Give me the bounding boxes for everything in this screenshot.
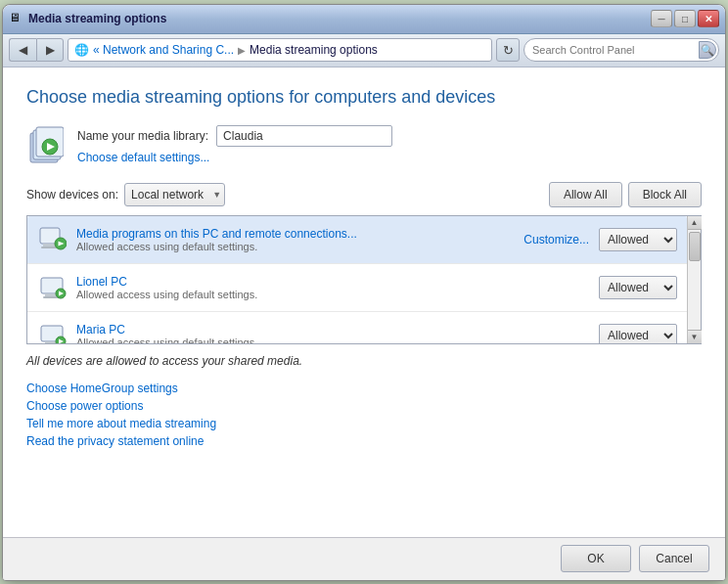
- refresh-button[interactable]: ↻: [496, 38, 520, 62]
- device-name-0[interactable]: Media programs on this PC and remote con…: [76, 227, 523, 241]
- device-item-1: Lionel PC Allowed access using default s…: [27, 264, 687, 312]
- scroll-track: [688, 230, 701, 330]
- device-status-2: Allowed access using default settings.: [76, 337, 599, 343]
- device-icon-svg-1: [39, 274, 67, 301]
- back-button[interactable]: ◀: [9, 38, 36, 62]
- scrollbar[interactable]: ▲ ▼: [687, 216, 701, 343]
- device-customize-0[interactable]: Customize...: [523, 233, 589, 247]
- all-devices-text: All devices are allowed to access your s…: [26, 354, 702, 368]
- breadcrumb-network-link[interactable]: « Network and Sharing C...: [93, 43, 234, 57]
- device-icon-svg-0: [39, 226, 67, 253]
- media-library-input[interactable]: [216, 125, 392, 147]
- link-privacy[interactable]: Read the privacy statement online: [26, 434, 702, 448]
- main-window: 🖥 Media streaming options ─ □ ✕ ◀ ▶ 🌐 « …: [2, 4, 726, 581]
- show-devices-label: Show devices on:: [26, 188, 118, 202]
- scroll-up-button[interactable]: ▲: [688, 216, 702, 230]
- allowed-select-1[interactable]: Allowed Blocked: [599, 276, 677, 299]
- media-library-row: Name your media library: Choose default …: [26, 123, 702, 166]
- media-library-icon: [26, 123, 66, 166]
- forward-button[interactable]: ▶: [36, 38, 64, 62]
- show-devices-row: Show devices on: Local network All netwo…: [26, 182, 702, 207]
- main-content: Choose media streaming options for compu…: [3, 67, 725, 537]
- allowed-select-0[interactable]: Allowed Blocked: [599, 228, 677, 251]
- nav-back-forward: ◀ ▶: [9, 38, 64, 62]
- media-library-label: Name your media library:: [77, 129, 208, 143]
- allowed-select-2[interactable]: Allowed Blocked: [599, 324, 677, 343]
- allowed-dropdown-0: Allowed Blocked: [599, 228, 677, 251]
- device-info-2: Maria PC Allowed access using default se…: [76, 323, 599, 343]
- nav-bar: ◀ ▶ 🌐 « Network and Sharing C... ▶ Media…: [3, 34, 725, 67]
- link-homegroup[interactable]: Choose HomeGroup settings: [26, 382, 702, 395]
- show-devices-select-wrapper: Local network All networks Custom ▼: [124, 183, 225, 206]
- device-name-1[interactable]: Lionel PC: [76, 275, 599, 289]
- title-bar-left: 🖥 Media streaming options: [9, 11, 166, 26]
- media-icon-svg: [28, 125, 64, 164]
- cancel-button[interactable]: Cancel: [639, 545, 709, 572]
- device-icon-1: [37, 272, 68, 303]
- search-button[interactable]: 🔍: [699, 41, 716, 59]
- search-input[interactable]: [532, 44, 695, 56]
- title-bar: 🖥 Media streaming options ─ □ ✕: [3, 5, 725, 34]
- device-icon-0: [37, 224, 68, 255]
- show-devices-right: Allow All Block All: [549, 182, 702, 207]
- title-bar-buttons: ─ □ ✕: [651, 10, 719, 27]
- device-name-2[interactable]: Maria PC: [76, 323, 599, 337]
- scroll-down-button[interactable]: ▼: [688, 330, 702, 343]
- bottom-bar: OK Cancel: [3, 537, 725, 580]
- device-icon-svg-2: [39, 322, 67, 343]
- show-devices-select[interactable]: Local network All networks Custom: [124, 183, 225, 206]
- allowed-dropdown-2: Allowed Blocked: [599, 324, 677, 343]
- device-status-1: Allowed access using default settings.: [76, 289, 599, 300]
- links-section: Choose HomeGroup settings Choose power o…: [26, 382, 702, 448]
- device-icon-2: [37, 320, 68, 343]
- link-power[interactable]: Choose power options: [26, 399, 702, 413]
- choose-default-link[interactable]: Choose default settings...: [77, 151, 392, 164]
- breadcrumb-current: Media streaming options: [250, 43, 378, 57]
- media-library-label-row: Name your media library:: [77, 125, 392, 147]
- device-list: Media programs on this PC and remote con…: [27, 216, 687, 343]
- allowed-dropdown-1: Allowed Blocked: [599, 276, 677, 299]
- media-library-info: Name your media library: Choose default …: [77, 125, 392, 164]
- link-media-streaming[interactable]: Tell me more about media streaming: [26, 417, 702, 430]
- device-item-0: Media programs on this PC and remote con…: [27, 216, 687, 264]
- device-list-container: Media programs on this PC and remote con…: [26, 215, 702, 344]
- allow-all-button[interactable]: Allow All: [549, 182, 622, 207]
- show-devices-left: Show devices on: Local network All netwo…: [26, 183, 225, 206]
- block-all-button[interactable]: Block All: [628, 182, 702, 207]
- device-status-0: Allowed access using default settings.: [76, 241, 523, 252]
- ok-button[interactable]: OK: [561, 545, 631, 572]
- window-title: Media streaming options: [28, 12, 166, 25]
- breadcrumb-sep: ▶: [238, 45, 246, 56]
- close-button[interactable]: ✕: [698, 10, 719, 27]
- device-info-0: Media programs on this PC and remote con…: [76, 227, 523, 252]
- page-title: Choose media streaming options for compu…: [26, 87, 702, 108]
- window-icon: 🖥: [9, 11, 24, 26]
- device-info-1: Lionel PC Allowed access using default s…: [76, 275, 599, 300]
- breadcrumb-icon: 🌐: [74, 43, 89, 57]
- minimize-button[interactable]: ─: [651, 10, 672, 27]
- search-box: 🔍: [523, 38, 719, 62]
- maximize-button[interactable]: □: [674, 10, 696, 27]
- device-item-2: Maria PC Allowed access using default se…: [27, 312, 687, 343]
- scroll-thumb[interactable]: [689, 232, 701, 261]
- breadcrumb: 🌐 « Network and Sharing C... ▶ Media str…: [68, 38, 492, 62]
